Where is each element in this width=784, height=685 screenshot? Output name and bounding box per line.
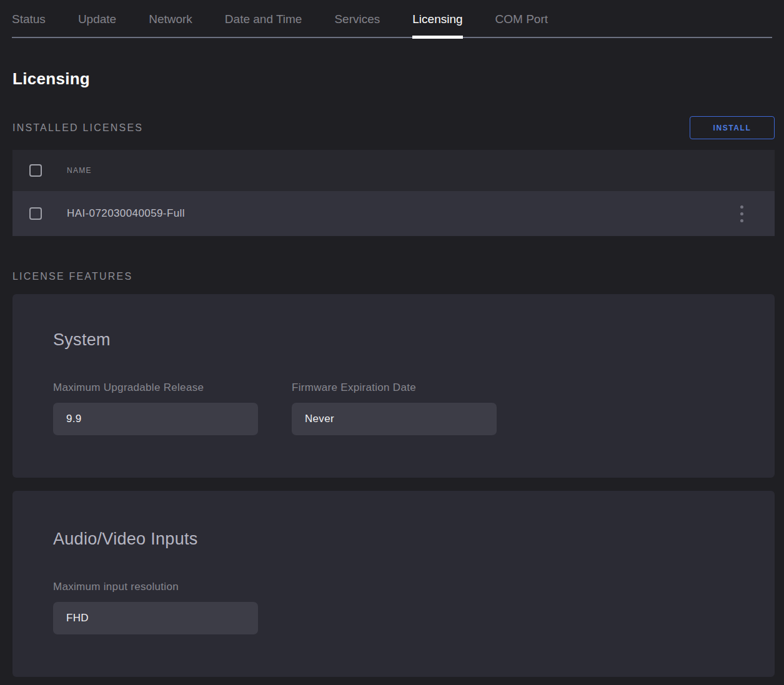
- system-feature-card: System Maximum Upgradable Release 9.9 Fi…: [12, 294, 775, 478]
- license-name-cell: HAI-072030040059-Full: [67, 207, 185, 220]
- installed-licenses-table: NAME HAI-072030040059-Full: [12, 150, 775, 236]
- audio-video-inputs-card: Audio/Video Inputs Maximum input resolut…: [12, 491, 775, 677]
- license-features-heading: LICENSE FEATURES: [12, 271, 784, 282]
- firmware-expiration-date-field: Firmware Expiration Date Never: [292, 382, 497, 435]
- kebab-dot: [740, 205, 743, 209]
- audio-video-inputs-card-title: Audio/Video Inputs: [53, 491, 775, 549]
- kebab-menu-icon[interactable]: [733, 203, 750, 224]
- select-all-checkbox[interactable]: [29, 164, 42, 177]
- settings-tabbar: Status Update Network Date and Time Serv…: [0, 0, 784, 38]
- table-header-row: NAME: [12, 150, 775, 191]
- tab-licensing[interactable]: Licensing: [412, 12, 462, 37]
- tab-list: Status Update Network Date and Time Serv…: [12, 12, 772, 38]
- table-row[interactable]: HAI-072030040059-Full: [12, 191, 775, 236]
- system-fields-row: Maximum Upgradable Release 9.9 Firmware …: [53, 382, 775, 435]
- max-input-resolution-field: Maximum input resolution FHD: [53, 581, 258, 634]
- max-upgradable-release-value: 9.9: [53, 403, 258, 435]
- installed-licenses-header: INSTALLED LICENSES INSTALL: [12, 116, 775, 139]
- tab-date-and-time[interactable]: Date and Time: [225, 12, 302, 37]
- firmware-expiration-date-value: Never: [292, 403, 497, 435]
- install-button[interactable]: INSTALL: [690, 116, 775, 139]
- tab-network[interactable]: Network: [149, 12, 192, 37]
- firmware-expiration-date-label: Firmware Expiration Date: [292, 382, 497, 394]
- av-fields-row: Maximum input resolution FHD: [53, 581, 775, 634]
- max-input-resolution-value: FHD: [53, 602, 258, 634]
- kebab-dot: [740, 212, 743, 215]
- max-upgradable-release-label: Maximum Upgradable Release: [53, 382, 258, 394]
- tab-status[interactable]: Status: [12, 12, 46, 37]
- name-column-header: NAME: [67, 166, 92, 175]
- tab-update[interactable]: Update: [78, 12, 116, 37]
- row-checkbox[interactable]: [29, 207, 42, 220]
- kebab-dot: [740, 219, 743, 222]
- tab-com-port[interactable]: COM Port: [495, 12, 548, 37]
- system-card-title: System: [53, 294, 775, 350]
- installed-licenses-heading: INSTALLED LICENSES: [12, 122, 143, 134]
- page-title: Licensing: [12, 69, 772, 89]
- max-upgradable-release-field: Maximum Upgradable Release 9.9: [53, 382, 258, 435]
- max-input-resolution-label: Maximum input resolution: [53, 581, 258, 593]
- tab-services[interactable]: Services: [334, 12, 380, 37]
